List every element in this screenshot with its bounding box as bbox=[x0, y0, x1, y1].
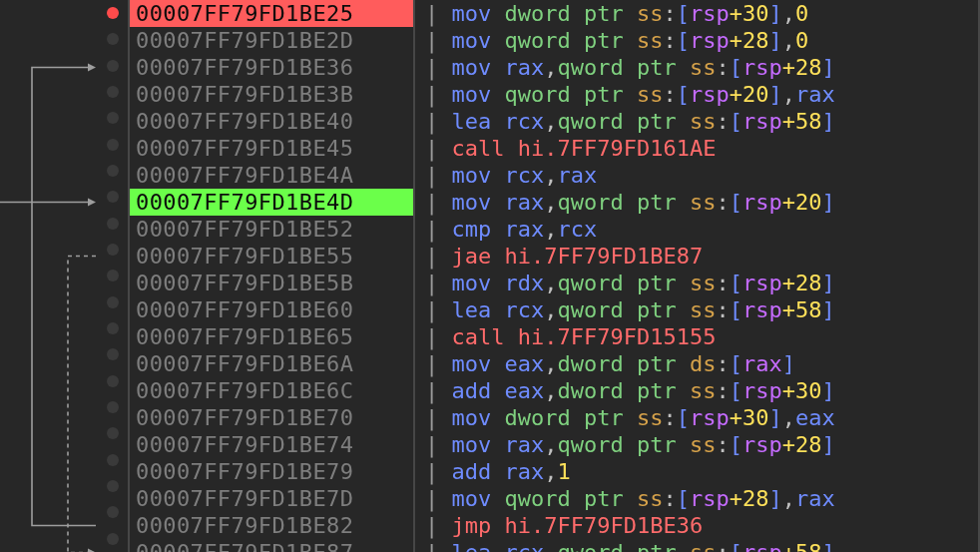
address-cell[interactable]: 00007FF79FD1BE45 bbox=[130, 135, 413, 162]
breakpoint-dot-icon[interactable] bbox=[107, 165, 119, 177]
breakpoint-cell[interactable] bbox=[98, 473, 128, 499]
address-cell[interactable]: 00007FF79FD1BE70 bbox=[130, 404, 413, 431]
address-cell[interactable]: 00007FF79FD1BE65 bbox=[130, 323, 413, 350]
asm-token: mov bbox=[452, 27, 492, 54]
address-cell[interactable]: 00007FF79FD1BE79 bbox=[130, 458, 413, 485]
asm-token: rcx bbox=[505, 539, 545, 552]
breakpoint-dot-icon[interactable] bbox=[107, 218, 119, 230]
disassembly-cell[interactable]: | add rax,1 bbox=[415, 458, 978, 485]
disassembly-cell[interactable]: | lea rcx,qword ptr ss:[rsp+58] bbox=[415, 296, 978, 323]
breakpoint-cell[interactable] bbox=[98, 499, 128, 525]
asm-token: +28 bbox=[782, 431, 822, 458]
breakpoint-cell[interactable] bbox=[98, 315, 128, 341]
address-cell[interactable]: 00007FF79FD1BE5B bbox=[130, 270, 413, 296]
breakpoint-dot-icon[interactable] bbox=[107, 191, 119, 203]
breakpoint-dot-icon[interactable] bbox=[107, 86, 119, 98]
disassembly-cell[interactable]: | lea rcx,qword ptr ss:[rsp+58] bbox=[415, 108, 978, 135]
address-cell[interactable]: 00007FF79FD1BE6C bbox=[130, 377, 413, 404]
address-cell[interactable]: 00007FF79FD1BE25 bbox=[130, 0, 413, 27]
breakpoint-dot-icon[interactable] bbox=[107, 533, 119, 545]
breakpoint-dot-icon[interactable] bbox=[107, 506, 119, 518]
breakpoint-cell[interactable] bbox=[98, 158, 128, 184]
disassembly-cell[interactable]: | mov dword ptr ss:[rsp+30],0 bbox=[415, 0, 978, 27]
disassembly-cell[interactable]: | jae hi.7FF79FD1BE87 bbox=[415, 243, 978, 270]
breakpoint-cell[interactable] bbox=[98, 420, 128, 446]
asm-token: eax bbox=[505, 350, 545, 377]
disassembly-column[interactable]: | mov dword ptr ss:[rsp+30],0| mov qword… bbox=[415, 0, 980, 552]
breakpoint-dot-icon[interactable] bbox=[107, 60, 119, 72]
asm-token: rsp bbox=[690, 27, 730, 54]
address-cell[interactable]: 00007FF79FD1BE82 bbox=[130, 512, 413, 539]
breakpoint-dot-icon[interactable] bbox=[107, 375, 119, 387]
breakpoint-cell[interactable] bbox=[98, 79, 128, 105]
disassembly-cell[interactable]: | lea rcx,qword ptr ss:[rsp+58] bbox=[415, 539, 978, 552]
disassembly-cell[interactable]: | mov dword ptr ss:[rsp+30],eax bbox=[415, 404, 978, 431]
disassembly-cell[interactable]: | jmp hi.7FF79FD1BE36 bbox=[415, 512, 978, 539]
breakpoint-cell[interactable] bbox=[98, 237, 128, 263]
address-cell[interactable]: 00007FF79FD1BE3B bbox=[130, 81, 413, 108]
disassembly-cell[interactable]: | mov eax,dword ptr ds:[rax] bbox=[415, 350, 978, 377]
breakpoint-cell[interactable] bbox=[98, 526, 128, 552]
breakpoint-dot-icon[interactable] bbox=[107, 139, 119, 151]
asm-token bbox=[491, 296, 504, 323]
breakpoint-cell[interactable] bbox=[98, 184, 128, 210]
disassembly-cell[interactable]: | mov qword ptr ss:[rsp+28],rax bbox=[415, 485, 978, 512]
disassembly-cell[interactable]: | cmp rax,rcx bbox=[415, 216, 978, 243]
disassembly-cell[interactable]: | mov qword ptr ss:[rsp+20],rax bbox=[415, 81, 978, 108]
breakpoint-cell[interactable] bbox=[98, 341, 128, 367]
breakpoint-dot-icon[interactable] bbox=[107, 348, 119, 360]
breakpoint-dot-icon[interactable] bbox=[107, 480, 119, 492]
address-cell[interactable]: 00007FF79FD1BE36 bbox=[130, 54, 413, 81]
breakpoint-dot-icon[interactable] bbox=[107, 322, 119, 334]
address-cell[interactable]: 00007FF79FD1BE7D bbox=[130, 485, 413, 512]
breakpoint-dot-icon[interactable] bbox=[107, 427, 119, 439]
breakpoint-cell[interactable] bbox=[98, 368, 128, 394]
address-cell[interactable]: 00007FF79FD1BE74 bbox=[130, 431, 413, 458]
breakpoint-dot-icon[interactable] bbox=[107, 244, 119, 256]
breakpoint-cell[interactable] bbox=[98, 132, 128, 158]
address-cell[interactable]: 00007FF79FD1BE55 bbox=[130, 243, 413, 270]
address-cell[interactable]: 00007FF79FD1BE6A bbox=[130, 350, 413, 377]
address-cell[interactable]: 00007FF79FD1BE52 bbox=[130, 216, 413, 243]
address-cell[interactable]: 00007FF79FD1BE2D bbox=[130, 27, 413, 54]
disassembly-cell[interactable]: | mov qword ptr ss:[rsp+28],0 bbox=[415, 27, 978, 54]
disassembly-cell[interactable]: | mov rcx,rax bbox=[415, 162, 978, 189]
asm-token: qword ptr bbox=[505, 81, 624, 108]
asm-token: : bbox=[663, 81, 676, 108]
address-cell[interactable]: 00007FF79FD1BE87 bbox=[130, 539, 413, 552]
asm-token: rsp bbox=[742, 189, 782, 216]
disassembly-cell[interactable]: | mov rax,qword ptr ss:[rsp+28] bbox=[415, 431, 978, 458]
disassembly-cell[interactable]: | call hi.7FF79FD161AE bbox=[415, 135, 978, 162]
disassembly-cell[interactable]: | call hi.7FF79FD15155 bbox=[415, 323, 978, 350]
breakpoint-cell[interactable] bbox=[98, 394, 128, 420]
breakpoint-gutter[interactable] bbox=[98, 0, 128, 552]
breakpoint-cell[interactable] bbox=[98, 26, 128, 52]
address-cell[interactable]: 00007FF79FD1BE4A bbox=[130, 162, 413, 189]
breakpoint-cell[interactable] bbox=[98, 263, 128, 288]
column-separator-icon: | bbox=[425, 323, 452, 350]
breakpoint-cell[interactable] bbox=[98, 53, 128, 79]
breakpoint-dot-icon[interactable] bbox=[107, 112, 119, 124]
disassembly-cell[interactable]: | mov rax,qword ptr ss:[rsp+28] bbox=[415, 54, 978, 81]
breakpoint-cell[interactable] bbox=[98, 447, 128, 473]
breakpoint-dot-icon[interactable] bbox=[107, 401, 119, 413]
disassembly-cell[interactable]: | add eax,dword ptr ss:[rsp+30] bbox=[415, 377, 978, 404]
asm-token: add bbox=[452, 458, 492, 485]
breakpoint-cell[interactable] bbox=[98, 105, 128, 131]
breakpoint-dot-icon[interactable] bbox=[107, 33, 119, 45]
asm-token: rax bbox=[505, 458, 545, 485]
disassembly-cell[interactable]: | mov rax,qword ptr ss:[rsp+20] bbox=[415, 189, 978, 216]
breakpoint-cell[interactable] bbox=[98, 0, 128, 26]
asm-token: qword ptr bbox=[505, 485, 624, 512]
disassembly-cell[interactable]: | mov rdx,qword ptr ss:[rsp+28] bbox=[415, 270, 978, 296]
address-cell[interactable]: 00007FF79FD1BE4D bbox=[130, 189, 413, 216]
breakpoint-dot-icon[interactable] bbox=[107, 270, 119, 281]
address-cell[interactable]: 00007FF79FD1BE60 bbox=[130, 296, 413, 323]
breakpoint-cell[interactable] bbox=[98, 211, 128, 237]
breakpoint-cell[interactable] bbox=[98, 289, 128, 315]
address-cell[interactable]: 00007FF79FD1BE40 bbox=[130, 108, 413, 135]
breakpoint-dot-active-icon[interactable] bbox=[107, 7, 119, 19]
breakpoint-dot-icon[interactable] bbox=[107, 296, 119, 308]
address-column[interactable]: 00007FF79FD1BE2500007FF79FD1BE2D00007FF7… bbox=[128, 0, 415, 552]
breakpoint-dot-icon[interactable] bbox=[107, 454, 119, 466]
